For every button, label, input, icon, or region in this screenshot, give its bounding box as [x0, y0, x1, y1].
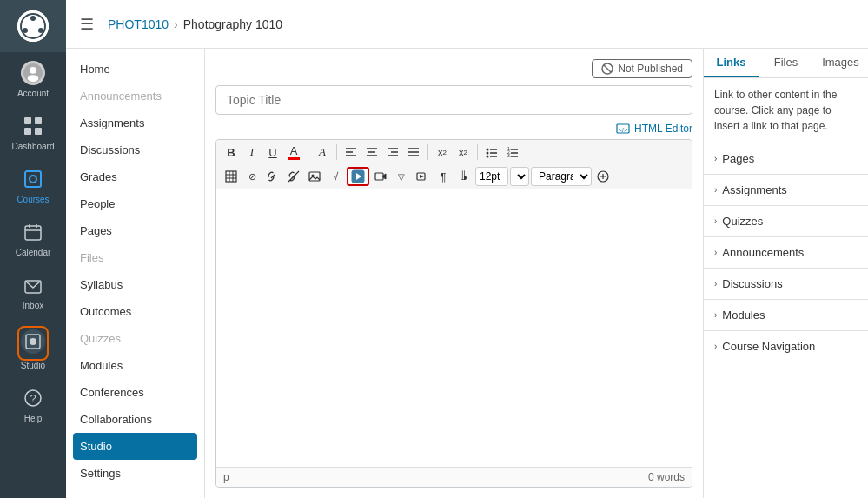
right-panel-section-header-course-navigation[interactable]: › Course Navigation — [704, 331, 868, 362]
subscript-button[interactable]: x2 — [454, 143, 473, 162]
right-panel-section-announcements: › Announcements — [704, 237, 868, 269]
breadcrumb-link-course[interactable]: PHOT1010 — [108, 17, 169, 31]
left-nav-assignments[interactable]: Assignments — [66, 110, 204, 136]
numbered-list-button[interactable]: 1. 2. 3. — [503, 143, 522, 162]
rte-body[interactable] — [216, 189, 692, 467]
clear-format-button[interactable]: ⊘ — [242, 167, 262, 186]
toolbar-divider-2 — [336, 144, 337, 160]
svg-point-2 — [30, 16, 36, 21]
underline-button[interactable]: U — [263, 143, 282, 162]
link-button[interactable] — [263, 167, 282, 186]
dropdown-media-button[interactable]: ▽ — [392, 167, 411, 186]
breadcrumb: PHOT1010 › Photography 1010 — [108, 17, 282, 31]
sidebar-item-dashboard[interactable]: Dashboard — [0, 105, 66, 158]
main-container: ☰ PHOT1010 › Photography 1010 Home Annou… — [66, 0, 868, 498]
html-editor-icon: </> — [616, 122, 630, 136]
left-nav-discussions[interactable]: Discussions — [66, 136, 204, 163]
image-button[interactable] — [305, 167, 324, 186]
svg-rect-11 — [35, 128, 42, 135]
right-panel-section-header-modules[interactable]: › Modules — [704, 300, 868, 330]
left-nav-conferences[interactable]: Conferences — [66, 379, 204, 406]
sidebar-item-calendar[interactable]: Calendar — [0, 211, 66, 264]
font-size-input[interactable] — [475, 167, 508, 186]
breadcrumb-sep: › — [174, 17, 178, 31]
math-button[interactable]: √ — [326, 167, 345, 186]
html-editor-label: HTML Editor — [634, 123, 692, 135]
studio-embed-button[interactable] — [347, 167, 369, 186]
left-nav-pages[interactable]: Pages — [66, 217, 204, 244]
topic-title-input[interactable] — [215, 85, 692, 115]
left-nav: Home Announcements Assignments Discussio… — [66, 49, 205, 498]
left-nav-collaborations[interactable]: Collaborations — [66, 406, 204, 433]
align-right-button[interactable] — [383, 143, 402, 162]
link-icon — [267, 170, 279, 183]
accessibility-button[interactable] — [593, 167, 613, 186]
html-editor-row: </> HTML Editor — [215, 122, 692, 136]
align-center-button[interactable] — [362, 143, 381, 162]
left-nav-syllabus[interactable]: Syllabus — [66, 271, 204, 298]
chevron-assignments-icon: › — [714, 185, 717, 195]
right-panel-section-assignments: › Assignments — [704, 175, 868, 206]
sidebar-item-account[interactable]: Account — [0, 52, 66, 105]
left-nav-studio[interactable]: Studio — [73, 433, 197, 460]
right-panel-section-modules: › Modules — [704, 300, 868, 331]
right-panel-section-quizzes: › Quizzes — [704, 206, 868, 237]
svg-rect-10 — [24, 128, 31, 135]
left-nav-settings[interactable]: Settings — [66, 460, 204, 487]
superscript-button[interactable]: x2 — [433, 143, 452, 162]
top-bar: ☰ PHOT1010 › Photography 1010 — [66, 0, 868, 49]
right-panel-section-header-discussions[interactable]: › Discussions — [704, 269, 868, 299]
table-button[interactable] — [222, 167, 241, 186]
paragraph-mark-button[interactable]: ¶ — [434, 167, 453, 186]
left-nav-announcements[interactable]: Announcements — [66, 83, 204, 110]
paragraph-mark2-button[interactable]: ¶ — [454, 167, 474, 186]
calendar-icon — [21, 220, 45, 244]
right-panel-section-header-pages[interactable]: › Pages — [704, 143, 868, 174]
right-panel-tab-links[interactable]: Links — [704, 49, 759, 77]
html-editor-link[interactable]: </> HTML Editor — [616, 122, 692, 136]
sidebar-item-help[interactable]: ? Help — [0, 377, 66, 430]
bold-button[interactable]: B — [222, 143, 241, 162]
not-published-badge[interactable]: Not Published — [592, 59, 692, 78]
left-nav-outcomes[interactable]: Outcomes — [66, 298, 204, 325]
left-nav-people[interactable]: People — [66, 190, 204, 217]
kaltura-button[interactable] — [371, 167, 390, 186]
hamburger-icon[interactable]: ☰ — [80, 15, 94, 34]
unlink-button[interactable] — [284, 167, 303, 186]
svg-point-41 — [487, 152, 489, 155]
status-bar: Not Published — [215, 59, 692, 78]
right-panel-tab-files[interactable]: Files — [759, 49, 813, 77]
right-panel-section-header-quizzes[interactable]: › Quizzes — [704, 206, 868, 236]
paragraph-style-select[interactable]: Paragraph — [531, 167, 592, 186]
align-left-button[interactable] — [341, 143, 361, 162]
align-justify-button[interactable] — [404, 143, 423, 162]
svg-rect-9 — [35, 117, 42, 124]
bullet-list-icon — [486, 146, 498, 158]
svg-marker-63 — [420, 175, 424, 178]
left-nav-home[interactable]: Home — [66, 56, 204, 83]
video-button[interactable] — [413, 167, 432, 186]
svg-point-3 — [38, 28, 43, 33]
sidebar-item-studio[interactable]: Studio — [0, 317, 66, 377]
sidebar-item-courses[interactable]: Courses — [0, 158, 66, 211]
left-nav-files: Files — [66, 244, 204, 271]
section-quizzes-label: Quizzes — [722, 215, 763, 228]
right-panel-section-header-announcements[interactable]: › Announcements — [704, 237, 868, 268]
svg-point-39 — [487, 149, 489, 151]
inbox-icon — [21, 273, 45, 297]
font-color-button[interactable]: A — [284, 143, 303, 162]
rte-toolbar: B I U A A — [216, 140, 692, 189]
bg-color-button[interactable]: A — [313, 143, 332, 162]
rte-footer-wordcount: 0 words — [648, 471, 685, 483]
section-pages-label: Pages — [722, 152, 754, 165]
left-nav-grades[interactable]: Grades — [66, 163, 204, 190]
table-icon — [225, 170, 237, 183]
right-panel: Links Files Images Link to other content… — [703, 49, 868, 498]
font-size-dropdown[interactable]: ▾ — [510, 167, 529, 186]
bullet-list-button[interactable] — [482, 143, 501, 162]
sidebar-item-inbox[interactable]: Inbox — [0, 264, 66, 317]
right-panel-tab-images[interactable]: Images — [813, 49, 868, 77]
left-nav-modules[interactable]: Modules — [66, 352, 204, 379]
right-panel-section-header-assignments[interactable]: › Assignments — [704, 175, 868, 205]
italic-button[interactable]: I — [242, 143, 262, 162]
